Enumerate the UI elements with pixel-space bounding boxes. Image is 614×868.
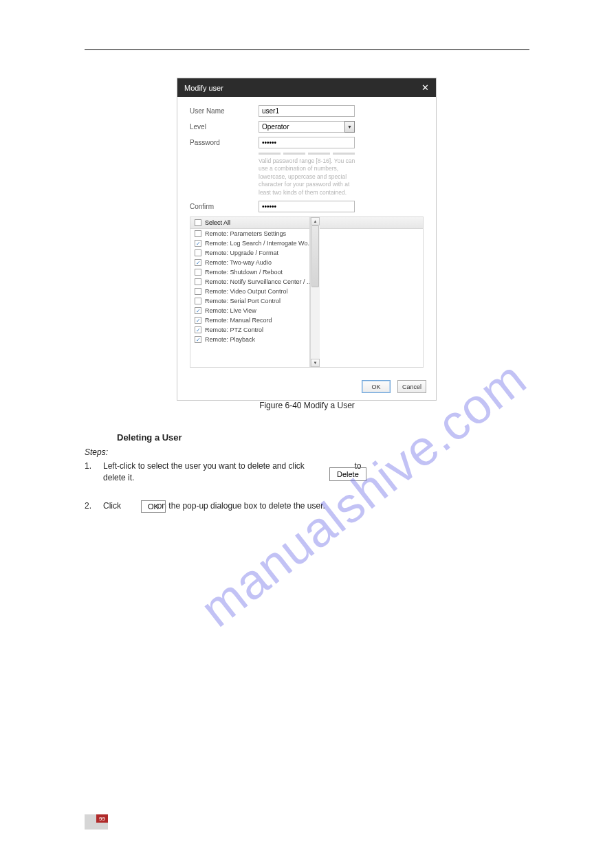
level-row: Level ▼ xyxy=(190,121,424,133)
step-2-before: Click xyxy=(103,501,121,511)
deleting-user-heading: Deleting a User xyxy=(117,432,182,445)
close-icon[interactable]: ✕ xyxy=(421,82,429,93)
step-2-after: on the pop-up dialogue box to delete the… xyxy=(157,501,325,511)
dialog-title: Modify user xyxy=(184,84,223,92)
step-1-line1: Left-click to select the user you want t… xyxy=(103,461,305,471)
permission-checkbox[interactable] xyxy=(195,249,201,256)
strength-bar xyxy=(283,153,305,155)
permission-label: Remote: PTZ Control xyxy=(205,326,263,333)
scroll-thumb[interactable] xyxy=(311,225,319,287)
permission-checkbox[interactable] xyxy=(195,298,201,304)
permission-checkbox[interactable]: ✓ xyxy=(195,259,201,266)
header-rule xyxy=(85,49,529,50)
modify-user-dialog: Modify user ✕ User Name Level ▼ Password… xyxy=(177,78,437,401)
level-value[interactable] xyxy=(259,121,355,133)
permission-row[interactable]: Remote: Parameters Settings xyxy=(190,229,309,238)
permission-label: Remote: Two-way Audio xyxy=(205,259,272,266)
permission-label: Remote: Manual Record xyxy=(205,317,272,324)
step-1-text: Left-click to select the user you want t… xyxy=(103,460,488,485)
permission-row[interactable]: ✓Remote: Two-way Audio xyxy=(190,258,309,267)
page-number: 99 xyxy=(96,814,108,823)
permissions-right-pane xyxy=(320,217,423,367)
ornament-cell xyxy=(85,823,108,830)
strength-bar xyxy=(333,153,355,155)
permission-checkbox[interactable] xyxy=(195,288,201,295)
delete-button-illustration: Delete xyxy=(329,467,366,481)
permission-label: Remote: Upgrade / Format xyxy=(205,249,278,256)
permission-row[interactable]: Remote: Serial Port Control xyxy=(190,296,309,306)
permission-label: Remote: Shutdown / Reboot xyxy=(205,269,283,276)
permission-row[interactable]: Remote: Upgrade / Format xyxy=(190,248,309,258)
strength-bar xyxy=(308,153,330,155)
steps-label: Steps: xyxy=(85,447,108,458)
permission-checkbox[interactable]: ✓ xyxy=(195,326,201,333)
permission-row[interactable]: Remote: Video Output Control xyxy=(190,287,309,296)
confirm-label: Confirm xyxy=(190,201,259,210)
select-all-checkbox[interactable] xyxy=(195,219,201,226)
permission-row[interactable]: ✓Remote: Playback xyxy=(190,335,309,344)
cancel-button[interactable]: Cancel xyxy=(397,380,426,393)
ornament-cell xyxy=(85,814,96,823)
permission-checkbox[interactable] xyxy=(195,230,201,237)
confirm-input[interactable] xyxy=(259,201,355,212)
password-hint: Valid password range [8-16]. You can use… xyxy=(259,157,362,197)
confirm-row: Confirm xyxy=(190,201,424,212)
permission-row[interactable]: Remote: Notify Surveillance Center / ... xyxy=(190,277,309,287)
permission-row[interactable]: ✓Remote: Log Search / Interrogate Wo... xyxy=(190,238,309,248)
chevron-down-icon[interactable]: ▼ xyxy=(344,121,355,133)
step-1-line2: delete it. xyxy=(103,473,134,482)
figure-caption: Figure 6-40 Modify a User xyxy=(85,400,529,412)
select-all-row[interactable]: Select All xyxy=(190,217,309,229)
permission-row[interactable]: ✓Remote: Manual Record xyxy=(190,315,309,325)
permission-label: Remote: Log Search / Interrogate Wo... xyxy=(205,240,309,247)
permissions-panel: Select All Remote: Parameters Settings✓R… xyxy=(190,216,424,368)
permissions-scroll-area: Remote: Parameters Settings✓Remote: Log … xyxy=(190,229,309,379)
permission-row[interactable]: ✓Remote: PTZ Control xyxy=(190,325,309,335)
username-input[interactable] xyxy=(259,105,355,117)
level-select[interactable]: ▼ xyxy=(259,121,355,133)
username-row: User Name xyxy=(190,105,424,117)
permission-label: Remote: Serial Port Control xyxy=(205,298,281,304)
password-input[interactable] xyxy=(259,137,355,148)
permission-checkbox[interactable]: ✓ xyxy=(195,317,201,324)
select-all-label: Select All xyxy=(205,219,230,226)
permission-row[interactable]: ✓Remote: Live View xyxy=(190,306,309,315)
dialog-body: User Name Level ▼ Password Valid passwor… xyxy=(177,97,436,212)
password-strength-meter xyxy=(259,153,424,155)
strength-bar xyxy=(259,153,281,155)
permission-label: Remote: Notify Surveillance Center / ... xyxy=(205,278,309,285)
permission-checkbox[interactable] xyxy=(195,278,201,285)
ok-button[interactable]: OK xyxy=(362,380,391,393)
scrollbar[interactable]: ▲ ▼ xyxy=(310,217,320,367)
permission-checkbox[interactable]: ✓ xyxy=(195,240,201,247)
step-1-number: 1. xyxy=(85,460,91,472)
permission-checkbox[interactable]: ✓ xyxy=(195,307,201,314)
scroll-up-icon[interactable]: ▲ xyxy=(311,217,320,225)
password-label: Password xyxy=(190,137,259,146)
permission-label: Remote: Parameters Settings xyxy=(205,230,286,237)
permission-label: Remote: Video Output Control xyxy=(205,288,287,295)
permission-checkbox[interactable] xyxy=(195,269,201,276)
permissions-list: Select All Remote: Parameters Settings✓R… xyxy=(190,217,310,367)
password-row: Password xyxy=(190,137,424,148)
permission-label: Remote: Playback xyxy=(205,336,255,343)
permission-checkbox[interactable]: ✓ xyxy=(195,336,201,343)
permission-label: Remote: Live View xyxy=(205,307,256,314)
permissions-right-header xyxy=(320,217,423,229)
permission-row[interactable]: Remote: Shutdown / Reboot xyxy=(190,267,309,277)
level-label: Level xyxy=(190,121,259,131)
username-label: User Name xyxy=(190,105,259,115)
ok-button-illustration: OK xyxy=(141,500,166,513)
step-2-number: 2. xyxy=(85,500,91,512)
scroll-down-icon[interactable]: ▼ xyxy=(311,359,320,367)
scroll-track[interactable] xyxy=(311,225,320,359)
page-number-ornament: 99 xyxy=(85,814,108,830)
dialog-titlebar: Modify user ✕ xyxy=(177,78,436,97)
